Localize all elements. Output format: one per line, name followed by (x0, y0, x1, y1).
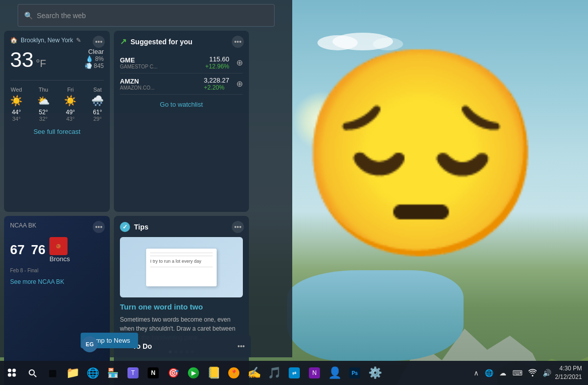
gme-add-button[interactable]: ⊕ (236, 58, 243, 67)
taskbar-keyboard-icon[interactable]: ⌨ (510, 363, 525, 383)
notepad-text: I try to run a lot every day (150, 259, 213, 264)
amzn-ticker: AMZN (120, 78, 155, 85)
tips-image: I try to run a lot every day (120, 237, 243, 297)
amzn-change: +2.20% (204, 84, 229, 91)
tips-header: ✓ Tips (120, 222, 243, 232)
lake (287, 270, 464, 361)
svg-point-4 (29, 370, 34, 375)
taskbar-sticky-notes[interactable]: 📒 (204, 363, 224, 383)
forecast-fri: Fri ☀️ 49° 43° (64, 87, 77, 122)
weather-condition: Clear 💧 8% 💨 845 (85, 48, 104, 69)
tips-menu-button[interactable]: ••• (232, 221, 244, 233)
gme-change: +12.96% (205, 63, 229, 70)
svg-point-1 (13, 369, 16, 372)
forecast-thu: Thu ⛅ 52° 32° (37, 87, 50, 122)
taskbar: ▦ 📁 🌐 🏪 T N 🎯 ▶ 📒 📍 ✍️ 🎵 ⇄ N 👤 Ps ⚙️ ∧ 🌐… (0, 361, 588, 385)
taskbar-volume-icon[interactable]: 🔊 (541, 363, 553, 383)
taskbar-teams-icon[interactable]: T (123, 363, 143, 383)
wind-icon: 💨 (85, 62, 92, 69)
taskbar-cloud-icon[interactable]: ☁ (497, 363, 508, 383)
gme-ticker: GME (120, 56, 158, 64)
weather-card: ••• 🏠 Brooklyn, New York ✎ 33 °F Clear 💧… (4, 31, 110, 212)
gme-price: 115.60 (205, 55, 229, 63)
sports-menu-button[interactable]: ••• (93, 221, 105, 233)
tips-notepad: I try to run a lot every day (146, 249, 217, 286)
taskbar-clock[interactable]: 4:30 PM 2/12/2021 (555, 364, 582, 381)
taskbar-wifi-icon[interactable] (527, 363, 539, 383)
team-logo: 🏀 (49, 237, 68, 255)
score-right: 76 (31, 242, 45, 257)
svg-point-3 (13, 373, 16, 377)
taskbar-notion-icon[interactable]: N (143, 363, 163, 383)
weather-temp: 33 (10, 48, 34, 71)
taskbar-settings[interactable]: ⚙️ (365, 363, 385, 383)
taskbar-right: ∧ 🌐 ☁ ⌨ 🔊 4:30 PM 2/12/2021 (472, 363, 586, 383)
search-bar-container: 🔍 Search the web (18, 4, 275, 27)
svg-point-0 (8, 369, 12, 372)
sports-score: 67 76 🏀 Broncs (10, 233, 104, 267)
gme-name: GAMESTOP C... (120, 64, 158, 69)
taskbar-search-icon[interactable] (22, 363, 42, 383)
trending-icon: ↗ (120, 37, 126, 46)
stock-row-gme[interactable]: GME GAMESTOP C... 115.60 +12.96% ⊕ (120, 52, 243, 73)
amzn-add-button[interactable]: ⊕ (236, 79, 243, 89)
taskbar-widgets-button[interactable]: ▦ (42, 363, 62, 383)
stock-row-amzn[interactable]: AMZN AMAZON.CO... 3,228.27 +2.20% ⊕ (120, 73, 243, 95)
svg-line-5 (34, 375, 37, 377)
weather-menu-button[interactable]: ••• (93, 36, 105, 48)
taskbar-app-9[interactable]: 🎯 (163, 363, 183, 383)
taskbar-edge-icon[interactable]: 🌐 (83, 363, 103, 383)
see-more-sports-link[interactable]: See more NCAA BK (10, 278, 104, 285)
taskbar-maps[interactable]: 📍 (224, 363, 244, 383)
stocks-card: ••• ↗ Suggested for you GME GAMESTOP C..… (114, 31, 249, 212)
home-icon: 🏠 (10, 37, 18, 44)
weather-location: 🏠 Brooklyn, New York ✎ (10, 37, 104, 44)
taskbar-chevron-up[interactable]: ∧ (472, 363, 481, 383)
todo-menu-button[interactable]: ••• (237, 342, 245, 350)
taskbar-play-icon[interactable]: ▶ (183, 363, 204, 383)
amzn-name: AMAZON.CO... (120, 85, 155, 91)
stocks-menu-button[interactable]: ••• (232, 36, 244, 48)
taskbar-file-explorer[interactable]: 📁 (62, 363, 83, 383)
tips-icon: ✓ (120, 222, 130, 232)
taskbar-onenote[interactable]: N (304, 363, 324, 383)
sports-card: ••• NCAA BK 67 76 🏀 Broncs Feb 8 - Final… (4, 216, 110, 385)
taskbar-music-icon[interactable]: 🎵 (264, 363, 284, 383)
score-left: 67 (10, 242, 25, 257)
start-button[interactable] (2, 363, 22, 383)
forecast-wed: Wed ☀️ 44° 34° (10, 87, 23, 122)
taskbar-network-icon[interactable]: 🌐 (483, 363, 495, 383)
amzn-price: 3,228.27 (204, 76, 229, 84)
emoji-face: 😔 (312, 40, 529, 267)
left-panel: 🔍 Search the web ••• 🏠 Brooklyn, New Yor… (0, 0, 292, 357)
tips-title: Turn one word into two (120, 302, 243, 311)
humidity-icon: 💧 (86, 55, 93, 62)
taskbar-handwriting[interactable]: ✍️ (244, 363, 264, 383)
sports-header: NCAA BK (10, 222, 104, 229)
weather-unit: °F (36, 58, 46, 69)
forecast-sat: Sat 🌨️ 61° 29° (91, 87, 104, 122)
eg-avatar[interactable]: EG (82, 336, 98, 352)
taskbar-windows-store[interactable]: 🏪 (103, 363, 123, 383)
weather-forecast: Wed ☀️ 44° 34° Thu ⛅ 52° 32° Fri ☀️ 49° … (10, 80, 104, 122)
taskbar-exchange[interactable]: ⇄ (284, 363, 304, 383)
see-full-forecast-link[interactable]: See full forecast (10, 128, 104, 135)
svg-point-2 (8, 373, 12, 377)
taskbar-photoshop[interactable]: Ps (345, 363, 365, 383)
widgets-container: ••• 🏠 Brooklyn, New York ✎ 33 °F Clear 💧… (0, 31, 292, 385)
score-date: Feb 8 - Final (10, 268, 104, 273)
team-name: Broncs (49, 255, 70, 263)
taskbar-people[interactable]: 👤 (324, 363, 345, 383)
go-watchlist-link[interactable]: Go to watchlist (120, 101, 243, 108)
tips-card: ••• ✓ Tips I try to run a lot every day … (114, 216, 249, 385)
search-icon: 🔍 (24, 12, 33, 20)
search-input-label[interactable]: Search the web (37, 12, 86, 20)
edit-icon[interactable]: ✎ (76, 37, 81, 44)
stocks-header: ↗ Suggested for you (120, 37, 243, 46)
